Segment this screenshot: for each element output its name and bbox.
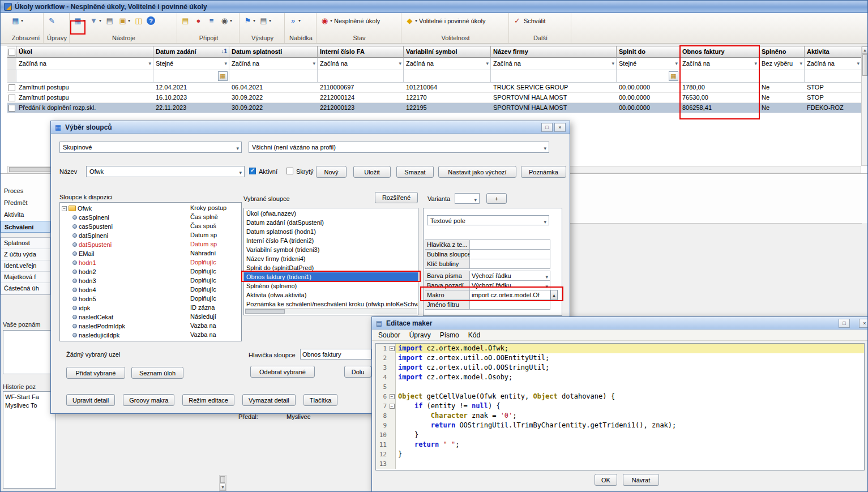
tree-node[interactable]: nasledujiciIdpkVazba na — [60, 331, 241, 340]
code-line-text[interactable]: import cz.ortex.model.Osoby; — [396, 373, 864, 382]
filter-input[interactable]: ▦ — [153, 70, 229, 83]
scroll-thumb[interactable] — [862, 54, 867, 76]
list-item[interactable]: Splnit do (splnitDatPred) — [244, 263, 418, 272]
tree-node[interactable]: nasledCekatNásledují — [60, 313, 241, 322]
filter-combobox[interactable]: Začíná na▾ — [680, 58, 759, 70]
toolbar-button[interactable]: ▣▾ — [117, 15, 131, 27]
extended-button[interactable]: Rozšířené — [375, 192, 418, 203]
scroll-thumb[interactable] — [245, 309, 285, 314]
notes-box[interactable] — [3, 330, 56, 374]
filter-input[interactable] — [229, 70, 318, 83]
filter-combobox[interactable]: Začíná na▾ — [404, 58, 491, 70]
filter-input[interactable] — [16, 70, 153, 83]
move-down-button[interactable]: Dolu — [344, 366, 371, 378]
list-item[interactable]: Aktivita (ofwa.aktivita) — [244, 290, 418, 300]
filter-input[interactable] — [759, 70, 805, 83]
restore-button[interactable]: □ — [839, 319, 850, 328]
column-header[interactable]: Splněno — [759, 46, 805, 58]
tree-node[interactable]: nasledPodmIdpkVazba na — [60, 322, 241, 331]
scroll-thumb[interactable] — [220, 476, 225, 483]
property-value[interactable] — [470, 239, 550, 250]
list-item[interactable]: Poznámka ke schválení/neschválení kroku … — [244, 300, 418, 309]
hidden-checkbox[interactable] — [287, 168, 293, 174]
toolbar-button[interactable]: ● — [193, 15, 204, 27]
list-item[interactable]: Datum zadání (datSpusteni) — [244, 218, 418, 227]
task-list-button[interactable]: Seznam úloh — [131, 367, 183, 379]
column-header[interactable]: Splnit do — [617, 46, 680, 58]
filter-combobox[interactable]: Stejné▾ — [617, 58, 680, 70]
restore-button[interactable]: □ — [541, 123, 553, 132]
groovy-macros-button[interactable]: Groovy makra — [123, 394, 174, 406]
code-line-text[interactable]: Object getCellValue(Ofwk entity, Object … — [396, 392, 864, 401]
scroll-down-icon[interactable]: ▼ — [220, 484, 226, 491]
tree-node[interactable]: hodn4Doplňujíc — [60, 285, 241, 294]
property-value[interactable]: Výchozí řádku — [470, 280, 550, 290]
column-header[interactable]: Interní číslo FA — [318, 46, 404, 58]
tree-node[interactable]: hodn3Doplňujíc — [60, 276, 241, 285]
column-header[interactable]: Obnos faktury — [680, 46, 759, 58]
sidebar-tab[interactable]: Proces — [1, 185, 50, 197]
row-checkbox[interactable] — [8, 95, 15, 101]
table-row[interactable]: Zamítnutí postupu12.04.202106.04.2021211… — [7, 83, 862, 93]
tree-node[interactable]: casSplneniČas splně — [60, 213, 241, 222]
edit-detail-button[interactable]: Upravit detail — [66, 394, 115, 406]
active-checkbox[interactable] — [249, 168, 256, 174]
tree-node[interactable]: datSplneniDatum sp — [60, 231, 241, 240]
filter-combobox[interactable]: Začíná na▾ — [318, 58, 404, 70]
list-item[interactable]: Datum splatnosti (hodn1) — [244, 227, 418, 236]
tree-node[interactable]: datSpusteniDatum sp — [60, 240, 241, 249]
toolbar-button[interactable]: ▦▾ — [10, 15, 24, 27]
group-type-combobox[interactable]: Skupinové — [59, 142, 242, 153]
tree-node[interactable]: hodn5Doplňujíc — [60, 294, 241, 303]
row-checkbox[interactable] — [8, 105, 15, 112]
column-header[interactable]: Aktivita — [805, 46, 862, 58]
filter-combobox[interactable]: Začíná na▾ — [16, 58, 153, 70]
filter-input[interactable] — [680, 70, 759, 83]
filter-input[interactable]: ▦ — [617, 70, 680, 83]
filter-input[interactable] — [491, 70, 617, 83]
code-line-text[interactable] — [396, 382, 864, 392]
tree-node-root[interactable]: −OfwkKroky postup — [60, 204, 241, 213]
filter-combobox[interactable]: Bez výběru▾ — [759, 58, 805, 70]
toolbar-button[interactable]: ✎ — [46, 15, 58, 27]
list-item[interactable]: Myslivec To — [3, 401, 55, 410]
column-header[interactable]: Datum zadání↓1 — [153, 46, 229, 58]
filter-combobox[interactable]: Začíná na▾ — [229, 58, 318, 70]
save-button[interactable]: Uložit — [353, 166, 391, 178]
return-button[interactable]: Návrat — [623, 474, 659, 486]
code-line-text[interactable]: return OOStringUtil.lTrimByChar(entity.g… — [396, 421, 864, 430]
menu-soubor[interactable]: Soubor — [374, 331, 404, 340]
calendar-icon[interactable]: ▦ — [669, 71, 678, 81]
field-type-combobox[interactable]: Textové pole — [427, 215, 549, 225]
tree-node[interactable]: idpkID zázna — [60, 303, 241, 313]
profile-combobox[interactable]: Všichni (není vázáno na profil) — [249, 142, 549, 153]
close-button[interactable]: × — [554, 123, 566, 132]
list-horizontal-scrollbar[interactable] — [245, 308, 417, 314]
toolbar-button[interactable]: ▤▾ — [258, 15, 272, 27]
ok-button[interactable]: OK — [595, 474, 617, 486]
list-item[interactable]: Splněno (splneno) — [244, 281, 418, 290]
property-value[interactable] — [470, 259, 550, 269]
toolbar-button[interactable]: »▾ — [287, 15, 302, 27]
menu-kod[interactable]: Kód — [464, 331, 484, 340]
variant-combobox[interactable] — [455, 193, 480, 204]
toolbar-button[interactable]: ≡ — [206, 15, 217, 27]
toolbar-button[interactable]: ▦▾ — [72, 15, 87, 27]
list-item[interactable]: Variabilní symbol (trideni3) — [244, 245, 418, 254]
add-selected-button[interactable]: Přidat vybrané — [66, 367, 125, 379]
property-value[interactable]: Výchozí řádku — [470, 271, 550, 281]
sidebar-item[interactable]: Částečná úh — [1, 283, 50, 294]
calendar-icon[interactable]: ▦ — [218, 71, 228, 81]
filter-input[interactable] — [318, 70, 404, 83]
property-value[interactable]: import cz.ortex.model.Of — [470, 290, 550, 300]
grid-vertical-scrollbar[interactable]: ▲ — [861, 46, 868, 166]
code-line-text[interactable]: return " "; — [396, 440, 864, 450]
name-combobox[interactable]: Ofwk — [86, 166, 245, 177]
menu-pismo[interactable]: Písmo — [436, 331, 463, 340]
scroll-up-icon[interactable]: ▲ — [862, 46, 868, 54]
code-editor[interactable]: 1−import cz.ortex.model.Ofwk;2import cz.… — [375, 343, 865, 470]
toolbar-button[interactable]: ◉▾Nesplněné úkoly — [319, 15, 381, 27]
toolbar-button[interactable]: ▤ — [179, 15, 191, 27]
sidebar-tab[interactable]: Aktivita — [1, 209, 50, 221]
filter-input[interactable] — [805, 70, 862, 83]
